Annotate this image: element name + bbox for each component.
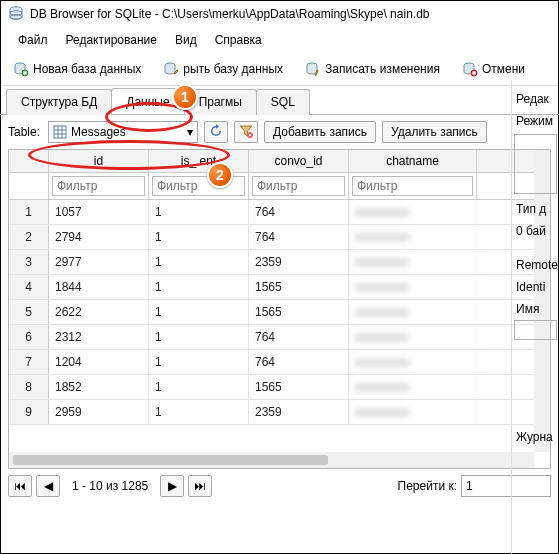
write-changes-label: Записать изменения <box>325 62 440 76</box>
filter-chatname[interactable] <box>352 176 473 196</box>
cell-convo[interactable]: 2359 <box>249 250 349 274</box>
cell-col2[interactable]: 1 <box>149 375 249 399</box>
cell-chatname[interactable]: xxxxxxxxx <box>349 375 477 399</box>
cell-col2[interactable]: 1 <box>149 200 249 224</box>
tab-structure[interactable]: Структура БД <box>6 89 112 115</box>
cell-col2[interactable]: 1 <box>149 250 249 274</box>
cell-convo[interactable]: 764 <box>249 325 349 349</box>
cell-col2[interactable]: 1 <box>149 225 249 249</box>
cell-id[interactable]: 2794 <box>49 225 149 249</box>
type-label: Тип д <box>516 202 557 216</box>
filter-convo[interactable] <box>252 176 345 196</box>
menu-help[interactable]: Справка <box>215 33 262 47</box>
cell-convo[interactable]: 1565 <box>249 375 349 399</box>
new-database-button[interactable]: Новая база данных <box>6 57 148 81</box>
filter-id[interactable] <box>52 176 145 196</box>
nav-prev-button[interactable]: ◀ <box>36 475 60 497</box>
header-rownum[interactable] <box>9 150 49 172</box>
table-row[interactable]: 3297712359xxxxxxxxx <box>9 250 550 275</box>
grid-header: id is_ ent convo_id chatname <box>9 150 550 173</box>
filter-col2[interactable] <box>152 176 245 196</box>
cell-id[interactable]: 1204 <box>49 350 149 374</box>
revert-icon <box>462 61 478 77</box>
write-changes-button[interactable]: Записать изменения <box>298 57 447 81</box>
cell-id[interactable]: 2312 <box>49 325 149 349</box>
cell-chatname[interactable]: xxxxxxxxx <box>349 200 477 224</box>
cell-chatname[interactable]: xxxxxxxxx <box>349 300 477 324</box>
cell-col2[interactable]: 1 <box>149 300 249 324</box>
nav-first-icon: ⏮ <box>14 479 26 493</box>
add-record-button[interactable]: Добавить запись <box>264 121 376 143</box>
header-chatname[interactable]: chatname <box>349 150 477 172</box>
tab-sql[interactable]: SQL <box>256 89 310 115</box>
header-col2[interactable]: is_ ent <box>149 150 249 172</box>
table-row[interactable]: 110571764xxxxxxxxx <box>9 200 550 225</box>
cell-id[interactable]: 2977 <box>49 250 149 274</box>
name-field[interactable] <box>514 320 557 340</box>
cell-col2[interactable]: 1 <box>149 275 249 299</box>
filter-row <box>9 173 550 200</box>
table-row[interactable]: 227941764xxxxxxxxx <box>9 225 550 250</box>
row-number: 5 <box>9 300 49 324</box>
table-select[interactable]: Messages ▾ <box>48 121 198 143</box>
table-label: Table: <box>8 125 40 139</box>
cell-id[interactable]: 1057 <box>49 200 149 224</box>
open-database-button[interactable]: рыть базу данных <box>156 57 290 81</box>
cell-id[interactable]: 1844 <box>49 275 149 299</box>
row-number: 3 <box>9 250 49 274</box>
row-number: 4 <box>9 275 49 299</box>
horizontal-scrollbar[interactable] <box>9 452 534 468</box>
name-label: Имя <box>516 302 557 316</box>
nav-range: 1 - 10 из 1285 <box>64 479 156 493</box>
table-row[interactable]: 8185211565xxxxxxxxx <box>9 375 550 400</box>
record-nav: ⏮ ◀ 1 - 10 из 1285 ▶ ⏭ Перейти к: <box>0 469 559 503</box>
delete-record-button[interactable]: Удалить запись <box>382 121 487 143</box>
nav-next-button[interactable]: ▶ <box>160 475 184 497</box>
cell-col2[interactable]: 1 <box>149 400 249 424</box>
data-grid: id is_ ent convo_id chatname 110571764xx… <box>8 149 551 469</box>
cell-chatname[interactable]: xxxxxxxxx <box>349 225 477 249</box>
header-convo-id[interactable]: convo_id <box>249 150 349 172</box>
nav-last-button[interactable]: ⏭ <box>188 475 212 497</box>
menu-view[interactable]: Вид <box>175 33 197 47</box>
tab-data[interactable]: Данные <box>111 88 184 114</box>
cell-convo[interactable]: 764 <box>249 350 349 374</box>
tab-pragmas[interactable]: Прагмы <box>184 89 257 115</box>
svg-rect-9 <box>54 126 66 138</box>
cell-id[interactable]: 1852 <box>49 375 149 399</box>
cell-chatname[interactable]: xxxxxxxxx <box>349 350 477 374</box>
revert-label: Отмени <box>482 62 525 76</box>
cell-chatname[interactable]: xxxxxxxxx <box>349 325 477 349</box>
refresh-button[interactable] <box>204 121 228 143</box>
menu-edit[interactable]: Редактирование <box>66 33 157 47</box>
table-row[interactable]: 4184411565xxxxxxxxx <box>9 275 550 300</box>
cell-chatname[interactable]: xxxxxxxxx <box>349 400 477 424</box>
clear-filters-button[interactable] <box>234 121 258 143</box>
header-id[interactable]: id <box>49 150 149 172</box>
table-row[interactable]: 5262211565xxxxxxxxx <box>9 300 550 325</box>
cell-convo[interactable]: 2359 <box>249 400 349 424</box>
cell-convo[interactable]: 764 <box>249 225 349 249</box>
new-database-label: Новая база данных <box>33 62 141 76</box>
cell-convo[interactable]: 764 <box>249 200 349 224</box>
row-number: 6 <box>9 325 49 349</box>
mode-label: Режим <box>516 114 557 128</box>
cell-id[interactable]: 2622 <box>49 300 149 324</box>
table-row[interactable]: 712041764xxxxxxxxx <box>9 350 550 375</box>
revert-changes-button[interactable]: Отмени <box>455 57 532 81</box>
cell-chatname[interactable]: xxxxxxxxx <box>349 250 477 274</box>
edit-box[interactable] <box>514 134 557 194</box>
cell-convo[interactable]: 1565 <box>249 300 349 324</box>
cell-chatname[interactable]: xxxxxxxxx <box>349 275 477 299</box>
refresh-icon <box>209 124 223 141</box>
cell-col2[interactable]: 1 <box>149 350 249 374</box>
table-row[interactable]: 623121764xxxxxxxxx <box>9 325 550 350</box>
cell-id[interactable]: 2959 <box>49 400 149 424</box>
remote-title: Remote <box>516 258 557 272</box>
table-row[interactable]: 9295912359xxxxxxxxx <box>9 400 550 425</box>
nav-first-button[interactable]: ⏮ <box>8 475 32 497</box>
menu-file[interactable]: Файл <box>18 33 48 47</box>
cell-col2[interactable]: 1 <box>149 325 249 349</box>
edit-pane-title: Редак <box>516 92 557 106</box>
cell-convo[interactable]: 1565 <box>249 275 349 299</box>
